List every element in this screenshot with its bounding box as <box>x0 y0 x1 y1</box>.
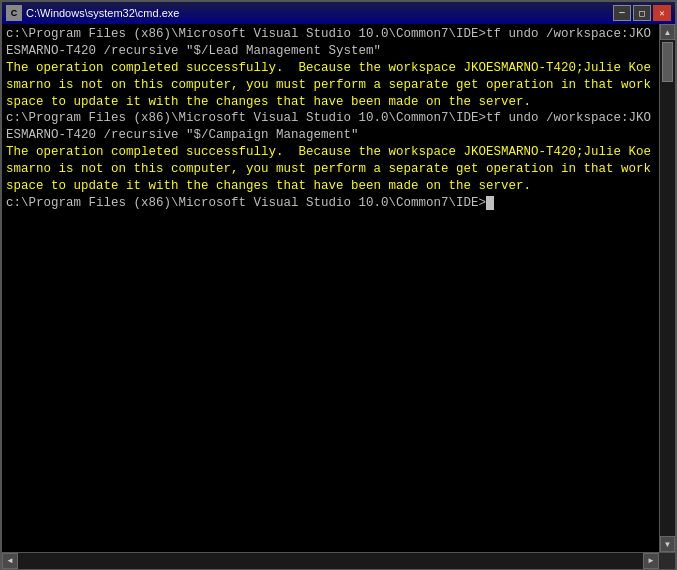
window-title: C:\Windows\system32\cmd.exe <box>26 7 179 19</box>
size-grip <box>659 553 675 569</box>
close-button[interactable]: ✕ <box>653 5 671 21</box>
console-output[interactable]: c:\Program Files (x86)\Microsoft Visual … <box>2 24 659 552</box>
cursor-blink <box>486 196 494 210</box>
console-area: c:\Program Files (x86)\Microsoft Visual … <box>2 24 675 552</box>
console-line: c:\Program Files (x86)\Microsoft Visual … <box>6 195 655 212</box>
console-line: The operation completed successfully. Be… <box>6 60 655 111</box>
horizontal-scrollbar[interactable]: ◄ ► <box>2 552 675 568</box>
console-line: c:\Program Files (x86)\Microsoft Visual … <box>6 110 655 144</box>
h-scrollbar-track[interactable] <box>18 553 643 569</box>
window-controls: ─ □ ✕ <box>613 5 671 21</box>
window-icon: C <box>6 5 22 21</box>
scroll-left-button[interactable]: ◄ <box>2 553 18 569</box>
scroll-up-button[interactable]: ▲ <box>660 24 675 40</box>
scroll-right-button[interactable]: ► <box>643 553 659 569</box>
title-bar: C C:\Windows\system32\cmd.exe ─ □ ✕ <box>2 2 675 24</box>
scrollbar-thumb[interactable] <box>662 42 673 82</box>
console-line: c:\Program Files (x86)\Microsoft Visual … <box>6 26 655 60</box>
vertical-scrollbar[interactable]: ▲ ▼ <box>659 24 675 552</box>
scroll-down-button[interactable]: ▼ <box>660 536 675 552</box>
title-bar-left: C C:\Windows\system32\cmd.exe <box>6 5 179 21</box>
maximize-button[interactable]: □ <box>633 5 651 21</box>
cmd-window: C C:\Windows\system32\cmd.exe ─ □ ✕ c:\P… <box>0 0 677 570</box>
minimize-button[interactable]: ─ <box>613 5 631 21</box>
scrollbar-track[interactable] <box>660 40 675 536</box>
console-line: The operation completed successfully. Be… <box>6 144 655 195</box>
